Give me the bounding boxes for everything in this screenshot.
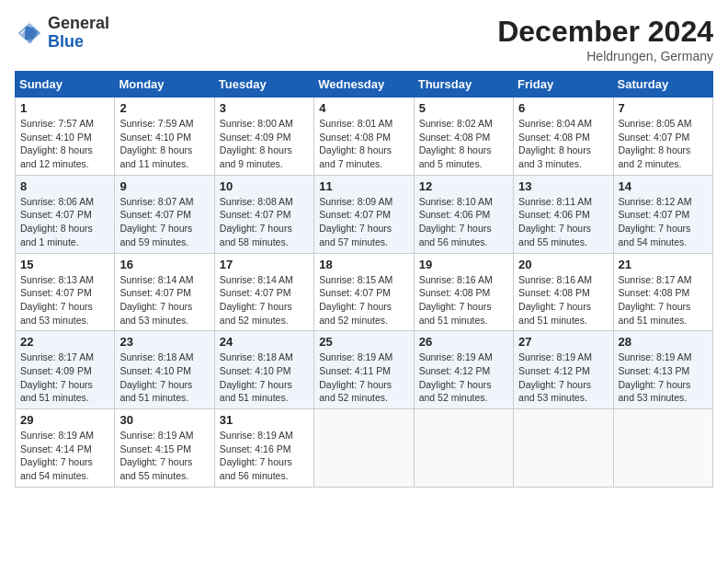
day-number: 21 [619, 258, 708, 271]
day-number: 14 [619, 179, 708, 193]
day-number: 28 [619, 335, 708, 349]
day-number: 23 [119, 335, 209, 349]
day-number: 26 [419, 335, 508, 349]
column-header-monday: Monday [115, 72, 214, 98]
calendar-cell: 25Sunrise: 8:19 AM Sunset: 4:11 PM Dayli… [314, 331, 414, 409]
day-info: Sunrise: 8:15 AM Sunset: 4:07 PM Dayligh… [319, 273, 408, 327]
calendar-cell: 10Sunrise: 8:08 AM Sunset: 4:07 PM Dayli… [214, 175, 313, 253]
day-number: 10 [220, 179, 309, 193]
day-number: 7 [619, 101, 708, 115]
day-number: 17 [220, 258, 309, 271]
calendar-cell: 14Sunrise: 8:12 AM Sunset: 4:07 PM Dayli… [613, 175, 712, 253]
column-header-wednesday: Wednesday [314, 72, 414, 98]
calendar-cell: 4Sunrise: 8:01 AM Sunset: 4:08 PM Daylig… [314, 98, 414, 176]
calendar-cell: 9Sunrise: 8:07 AM Sunset: 4:07 PM Daylig… [115, 175, 214, 253]
calendar-week-row: 29Sunrise: 8:19 AM Sunset: 4:14 PM Dayli… [16, 409, 713, 488]
day-number: 20 [518, 258, 608, 271]
calendar-cell [314, 409, 414, 488]
day-number: 1 [20, 101, 109, 115]
calendar-cell: 29Sunrise: 8:19 AM Sunset: 4:14 PM Dayli… [16, 409, 115, 488]
calendar-cell: 19Sunrise: 8:16 AM Sunset: 4:08 PM Dayli… [414, 253, 513, 331]
calendar-cell: 30Sunrise: 8:19 AM Sunset: 4:15 PM Dayli… [115, 409, 214, 488]
day-number: 2 [119, 101, 209, 115]
day-info: Sunrise: 8:14 AM Sunset: 4:07 PM Dayligh… [220, 273, 309, 327]
day-info: Sunrise: 8:01 AM Sunset: 4:08 PM Dayligh… [319, 117, 408, 171]
day-number: 22 [20, 335, 109, 349]
day-number: 27 [518, 335, 608, 349]
calendar-cell: 7Sunrise: 8:05 AM Sunset: 4:07 PM Daylig… [613, 98, 712, 176]
calendar-cell: 12Sunrise: 8:10 AM Sunset: 4:06 PM Dayli… [414, 175, 513, 253]
day-info: Sunrise: 8:19 AM Sunset: 4:15 PM Dayligh… [119, 429, 209, 483]
day-info: Sunrise: 8:17 AM Sunset: 4:08 PM Dayligh… [619, 273, 708, 327]
calendar-cell: 15Sunrise: 8:13 AM Sunset: 4:07 PM Dayli… [16, 253, 115, 331]
day-number: 31 [220, 413, 309, 427]
location-subtitle: Heldrungen, Germany [497, 49, 713, 63]
calendar-table: SundayMondayTuesdayWednesdayThursdayFrid… [15, 71, 713, 488]
day-info: Sunrise: 8:19 AM Sunset: 4:14 PM Dayligh… [20, 429, 109, 483]
calendar-cell: 22Sunrise: 8:17 AM Sunset: 4:09 PM Dayli… [16, 331, 115, 409]
calendar-cell: 16Sunrise: 8:14 AM Sunset: 4:07 PM Dayli… [115, 253, 214, 331]
logo-general: General [48, 14, 109, 32]
day-info: Sunrise: 8:19 AM Sunset: 4:12 PM Dayligh… [419, 350, 508, 405]
day-info: Sunrise: 8:10 AM Sunset: 4:06 PM Dayligh… [419, 195, 508, 249]
logo: General Blue [15, 15, 109, 52]
day-number: 25 [319, 335, 408, 349]
day-number: 13 [518, 179, 608, 193]
day-number: 4 [319, 101, 408, 115]
calendar-cell [514, 409, 613, 488]
logo-blue: Blue [48, 32, 84, 51]
calendar-cell: 5Sunrise: 8:02 AM Sunset: 4:08 PM Daylig… [414, 98, 513, 176]
title-block: December 2024 Heldrungen, Germany [497, 15, 713, 63]
day-info: Sunrise: 8:14 AM Sunset: 4:07 PM Dayligh… [119, 273, 209, 327]
day-info: Sunrise: 8:19 AM Sunset: 4:13 PM Dayligh… [619, 350, 708, 405]
calendar-cell: 13Sunrise: 8:11 AM Sunset: 4:06 PM Dayli… [514, 175, 613, 253]
logo-text: General Blue [48, 15, 109, 52]
day-info: Sunrise: 8:13 AM Sunset: 4:07 PM Dayligh… [20, 273, 109, 327]
calendar-cell: 18Sunrise: 8:15 AM Sunset: 4:07 PM Dayli… [314, 253, 414, 331]
calendar-week-row: 1Sunrise: 7:57 AM Sunset: 4:10 PM Daylig… [16, 98, 713, 176]
day-info: Sunrise: 8:19 AM Sunset: 4:11 PM Dayligh… [319, 350, 408, 405]
day-number: 5 [419, 101, 508, 115]
day-info: Sunrise: 8:00 AM Sunset: 4:09 PM Dayligh… [220, 117, 309, 171]
day-number: 11 [319, 179, 408, 193]
calendar-cell: 24Sunrise: 8:18 AM Sunset: 4:10 PM Dayli… [214, 331, 313, 409]
calendar-cell: 23Sunrise: 8:18 AM Sunset: 4:10 PM Dayli… [115, 331, 214, 409]
calendar-week-row: 15Sunrise: 8:13 AM Sunset: 4:07 PM Dayli… [16, 253, 713, 331]
day-number: 29 [20, 413, 109, 427]
day-info: Sunrise: 8:16 AM Sunset: 4:08 PM Dayligh… [419, 273, 508, 327]
day-number: 3 [220, 101, 309, 115]
calendar-cell: 17Sunrise: 8:14 AM Sunset: 4:07 PM Dayli… [214, 253, 313, 331]
page-header: General Blue December 2024 Heldrungen, G… [15, 15, 713, 63]
calendar-cell: 20Sunrise: 8:16 AM Sunset: 4:08 PM Dayli… [514, 253, 613, 331]
calendar-cell: 21Sunrise: 8:17 AM Sunset: 4:08 PM Dayli… [613, 253, 712, 331]
day-info: Sunrise: 8:09 AM Sunset: 4:07 PM Dayligh… [319, 195, 408, 249]
day-info: Sunrise: 7:59 AM Sunset: 4:10 PM Dayligh… [119, 117, 209, 171]
calendar-cell: 11Sunrise: 8:09 AM Sunset: 4:07 PM Dayli… [314, 175, 414, 253]
month-title: December 2024 [497, 15, 713, 49]
calendar-cell: 26Sunrise: 8:19 AM Sunset: 4:12 PM Dayli… [414, 331, 513, 409]
day-number: 24 [220, 335, 309, 349]
day-number: 9 [119, 179, 209, 193]
day-info: Sunrise: 7:57 AM Sunset: 4:10 PM Dayligh… [20, 117, 109, 171]
column-header-tuesday: Tuesday [214, 72, 313, 98]
day-info: Sunrise: 8:11 AM Sunset: 4:06 PM Dayligh… [518, 195, 608, 249]
day-info: Sunrise: 8:02 AM Sunset: 4:08 PM Dayligh… [419, 117, 508, 171]
day-number: 16 [119, 258, 209, 271]
day-info: Sunrise: 8:16 AM Sunset: 4:08 PM Dayligh… [518, 273, 608, 327]
column-header-thursday: Thursday [414, 72, 513, 98]
day-info: Sunrise: 8:12 AM Sunset: 4:07 PM Dayligh… [619, 195, 708, 249]
day-info: Sunrise: 8:08 AM Sunset: 4:07 PM Dayligh… [220, 195, 309, 249]
column-header-saturday: Saturday [613, 72, 712, 98]
day-info: Sunrise: 8:18 AM Sunset: 4:10 PM Dayligh… [119, 350, 209, 405]
day-number: 12 [419, 179, 508, 193]
day-number: 15 [20, 258, 109, 271]
calendar-cell: 6Sunrise: 8:04 AM Sunset: 4:08 PM Daylig… [514, 98, 613, 176]
day-number: 30 [119, 413, 209, 427]
calendar-cell: 31Sunrise: 8:19 AM Sunset: 4:16 PM Dayli… [214, 409, 313, 488]
day-info: Sunrise: 8:19 AM Sunset: 4:12 PM Dayligh… [518, 350, 608, 405]
calendar-cell: 1Sunrise: 7:57 AM Sunset: 4:10 PM Daylig… [16, 98, 115, 176]
day-info: Sunrise: 8:17 AM Sunset: 4:09 PM Dayligh… [20, 350, 109, 405]
day-info: Sunrise: 8:05 AM Sunset: 4:07 PM Dayligh… [619, 117, 708, 171]
day-info: Sunrise: 8:07 AM Sunset: 4:07 PM Dayligh… [119, 195, 209, 249]
calendar-cell: 8Sunrise: 8:06 AM Sunset: 4:07 PM Daylig… [16, 175, 115, 253]
